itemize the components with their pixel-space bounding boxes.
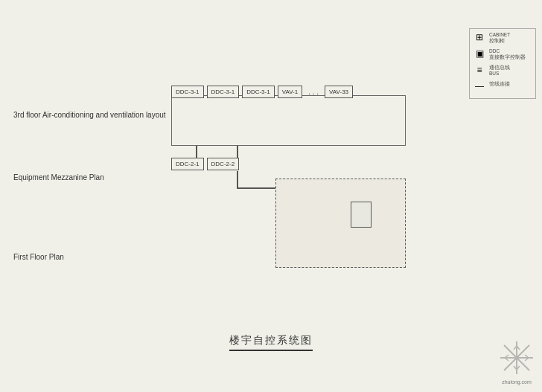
vav-box-1: VAV-1 xyxy=(278,86,303,98)
dots-separator: . . . xyxy=(305,88,322,96)
watermark-logo xyxy=(499,340,535,376)
label-3rd-floor: 3rd floor Air-conditioning and ventilati… xyxy=(13,110,166,121)
legend-item-2: ▣ DDC直接数字控制器 xyxy=(473,48,532,61)
security-room: SECURITY ROOM UPS xyxy=(275,179,406,268)
watermark-text: zhulong.com xyxy=(499,379,535,385)
floor3-outline xyxy=(171,95,406,146)
legend-icon-3: ≡ xyxy=(473,65,486,75)
floor3-ddc-row: DDC-3-1 DDC-3-1 DDC-3-1 VAV-1 . . . VAV-… xyxy=(171,86,353,98)
legend-text-4: 管线连接 xyxy=(489,81,510,87)
legend-icon-2: ▣ xyxy=(473,48,486,59)
vav-box-33: VAV-33 xyxy=(325,86,353,98)
legend-item-1: ⊞ CABINET控制柜 xyxy=(473,32,532,45)
bottom-title: 楼宇自控系统图 xyxy=(229,334,313,351)
ddc-box-1: DDC-3-1 xyxy=(171,86,204,98)
legend-text-1: CABINET控制柜 xyxy=(489,32,510,45)
ddc-box-3: DDC-3-1 xyxy=(242,86,275,98)
pipe-right xyxy=(237,187,277,189)
ddc2-box-2: DDC-2-2 xyxy=(207,158,240,170)
floor2-ddc-row: DDC-2-1 DDC-2-2 xyxy=(171,158,239,170)
legend-icon-1: ⊞ xyxy=(473,32,486,42)
main-canvas: { "labels": { "floor3": "3rd floor Air-c… xyxy=(0,0,542,392)
ddc-box-2: DDC-3-1 xyxy=(207,86,240,98)
legend-item-4: — 管线连接 xyxy=(473,81,532,91)
legend-item-3: ≡ 通信总线BUS xyxy=(473,65,532,77)
legend-box: ⊞ CABINET控制柜 ▣ DDC直接数字控制器 ≡ 通信总线BUS — 管线… xyxy=(469,28,536,99)
tower-pc xyxy=(351,202,372,228)
legend-text-2: DDC直接数字控制器 xyxy=(489,48,526,61)
watermark-area: zhulong.com xyxy=(499,340,535,385)
legend-text-3: 通信总线BUS xyxy=(489,65,510,77)
label-first-floor: First Floor Plan xyxy=(13,253,64,261)
ddc2-box-1: DDC-2-1 xyxy=(171,158,204,170)
label-equipment: Equipment Mezzanine Plan xyxy=(13,173,104,181)
pipe-down xyxy=(237,171,238,187)
legend-icon-4: — xyxy=(473,81,486,91)
